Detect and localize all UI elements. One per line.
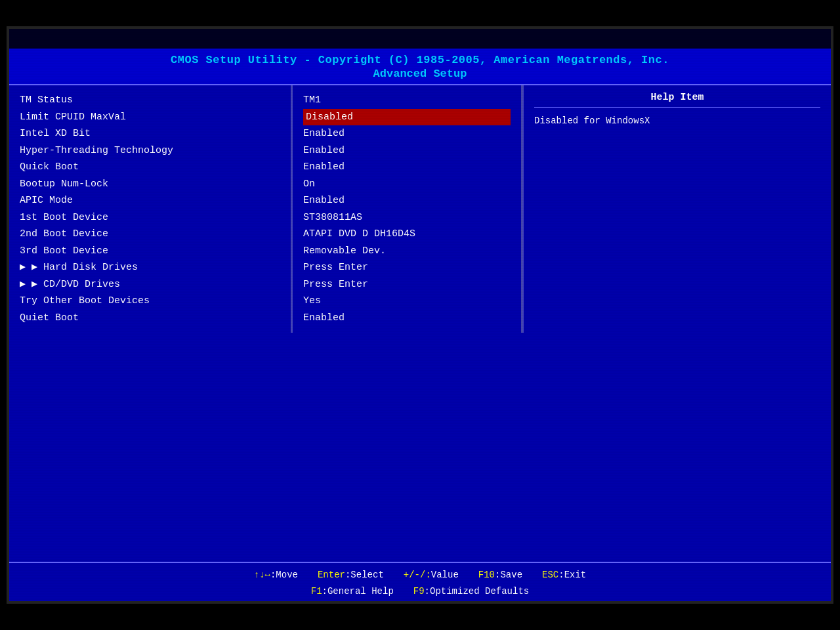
setting-value-8[interactable]: ATAPI DVD D DH16D4S bbox=[303, 226, 511, 243]
setting-label-5[interactable]: Bootup Num-Lock bbox=[20, 176, 280, 193]
footer-item-r2-0: F1:General Help bbox=[311, 583, 394, 600]
setting-label-6[interactable]: APIC Mode bbox=[20, 192, 280, 209]
footer-item-2: +/-/:Value bbox=[404, 567, 459, 583]
setting-label-1[interactable]: Limit CPUID MaxVal bbox=[20, 109, 280, 126]
setting-value-0[interactable]: TM1 bbox=[303, 92, 511, 109]
setting-value-10[interactable]: Press Enter bbox=[303, 259, 511, 276]
help-text: Disabled for WindowsX bbox=[534, 114, 820, 128]
bios-header: CMOS Setup Utility - Copyright (C) 1985-… bbox=[9, 49, 831, 85]
setting-label-13[interactable]: Quiet Boot bbox=[20, 310, 280, 327]
setting-label-10[interactable]: ▶ Hard Disk Drives bbox=[20, 259, 280, 276]
footer-row-1: ↑↓↔:MoveEnter:Select+/-/:ValueF10:SaveES… bbox=[22, 567, 818, 583]
footer-row-2: F1:General HelpF9:Optimized Defaults bbox=[22, 583, 818, 600]
header-subtitle: Advanced Setup bbox=[9, 68, 831, 80]
setting-value-6[interactable]: Enabled bbox=[303, 192, 511, 209]
setting-value-7[interactable]: ST380811AS bbox=[303, 209, 511, 226]
setting-value-3[interactable]: Enabled bbox=[303, 142, 511, 159]
help-panel: Help Item Disabled for WindowsX bbox=[524, 85, 831, 333]
settings-labels-panel: TM StatusLimit CPUID MaxValIntel XD BitH… bbox=[9, 85, 291, 333]
setting-value-13[interactable]: Enabled bbox=[303, 310, 511, 327]
setting-label-8[interactable]: 2nd Boot Device bbox=[20, 226, 280, 243]
setting-value-5[interactable]: On bbox=[303, 176, 511, 193]
footer-item-0: ↑↓↔:Move bbox=[254, 567, 298, 583]
footer-item-1: Enter:Select bbox=[318, 567, 384, 583]
setting-value-2[interactable]: Enabled bbox=[303, 125, 511, 142]
setting-value-12[interactable]: Yes bbox=[303, 293, 511, 310]
setting-label-3[interactable]: Hyper-Threading Technology bbox=[20, 142, 280, 159]
footer-item-3: F10:Save bbox=[478, 567, 522, 583]
setting-label-2[interactable]: Intel XD Bit bbox=[20, 125, 280, 142]
setting-value-11[interactable]: Press Enter bbox=[303, 276, 511, 293]
footer: ↑↓↔:MoveEnter:Select+/-/:ValueF10:SaveES… bbox=[9, 562, 831, 601]
footer-item-r2-1: F9:Optimized Defaults bbox=[413, 583, 529, 600]
footer-item-4: ESC:Exit bbox=[542, 567, 586, 583]
setting-label-0[interactable]: TM Status bbox=[20, 92, 280, 109]
settings-values-panel: TM1DisabledEnabledEnabledEnabledOnEnable… bbox=[293, 85, 522, 333]
setting-value-1[interactable]: Disabled bbox=[303, 109, 511, 126]
setting-label-11[interactable]: ▶ CD/DVD Drives bbox=[20, 276, 280, 293]
setting-label-4[interactable]: Quick Boot bbox=[20, 159, 280, 176]
setting-label-12[interactable]: Try Other Boot Devices bbox=[20, 293, 280, 310]
help-header: Help Item bbox=[534, 92, 820, 108]
setting-value-4[interactable]: Enabled bbox=[303, 159, 511, 176]
setting-value-9[interactable]: Removable Dev. bbox=[303, 243, 511, 260]
setting-label-9[interactable]: 3rd Boot Device bbox=[20, 243, 280, 260]
main-panels: TM StatusLimit CPUID MaxValIntel XD BitH… bbox=[9, 85, 831, 333]
header-title: CMOS Setup Utility - Copyright (C) 1985-… bbox=[9, 54, 831, 66]
setting-label-7[interactable]: 1st Boot Device bbox=[20, 209, 280, 226]
